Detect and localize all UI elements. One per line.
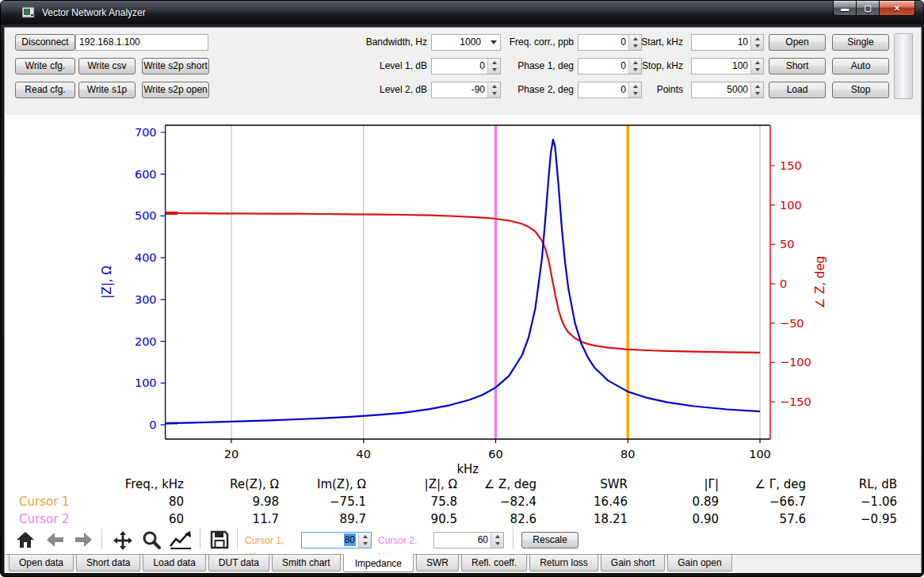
stop-label: Stop, kHz [607, 58, 683, 75]
cursor1-row-cell: 80 [97, 493, 184, 510]
ip-address-input[interactable]: 192.168.1.100 [75, 34, 208, 51]
spin-arrows-icon[interactable] [491, 533, 503, 548]
rescale-button[interactable]: Rescale [521, 532, 578, 548]
cursor2-row-cell: 18.21 [536, 510, 628, 528]
cursor2-value: 60 [434, 533, 491, 548]
tab-gain-short[interactable]: Gain short [601, 555, 665, 571]
phase2-label: Phase 2, deg [477, 82, 574, 98]
points-label: Points [607, 82, 683, 98]
tab-dut-data[interactable]: DUT data [208, 555, 269, 571]
table-header-row: Freq., kHzRe(Z), ΩIm(Z), Ω|Z|, Ω∠ Z, deg… [10, 476, 918, 493]
forward-icon[interactable] [74, 530, 94, 549]
right-tick-label: 150 [780, 159, 802, 172]
load-cal-button[interactable]: Load [769, 82, 826, 98]
toolbar-separator [513, 529, 514, 549]
table-header-row-cell: SWR [536, 476, 628, 493]
right-tick-label: 50 [780, 238, 794, 250]
tab-short-data[interactable]: Short data [76, 555, 140, 571]
impedance-curve [166, 139, 760, 423]
cursor2-row-cell: 57.6 [719, 510, 806, 528]
tab-gain-open[interactable]: Gain open [667, 555, 731, 571]
tab-open-data[interactable]: Open data [9, 555, 74, 571]
write-s1p-button[interactable]: Write s1p [78, 82, 136, 98]
spin-arrows-icon[interactable] [750, 82, 763, 97]
table-header-row-cell: RL, dB [806, 476, 897, 493]
right-axis-label: ∠ Z, deg [813, 256, 827, 308]
stop-button[interactable]: Stop [832, 82, 889, 98]
maximize-button[interactable]: ▢ [857, 1, 879, 16]
write-s2p-open-button[interactable]: Write s2p open [142, 82, 209, 98]
stop-spinbox[interactable]: 100 [691, 58, 764, 75]
zoom-icon[interactable] [142, 530, 161, 549]
left-tick-label: 400 [135, 251, 157, 264]
right-tick-label: 0 [780, 277, 787, 290]
tab-impedance[interactable]: Impedance [343, 554, 414, 572]
left-tick-label: 500 [135, 209, 157, 222]
cursor1-row-cell: −1.06 [806, 493, 897, 510]
table-header-row-cell: Re(Z), Ω [184, 476, 279, 493]
tab-load-data[interactable]: Load data [143, 555, 205, 571]
points-spinbox[interactable]: 5000 [691, 82, 764, 98]
cursor-table: Freq., kHzRe(Z), ΩIm(Z), Ω|Z|, Ω∠ Z, deg… [10, 476, 918, 528]
right-tick-label: 100 [780, 199, 802, 212]
titlebar[interactable]: Vector Network Analyzer ▬ ▢ ✕ [1, 1, 923, 25]
minimize-button[interactable]: ▬ [833, 1, 857, 16]
pan-icon[interactable] [113, 530, 133, 551]
level2-label: Level 2, dB [305, 82, 427, 98]
x-axis-label: kHz [456, 462, 479, 476]
cursor2-row-cell: −0.95 [806, 510, 897, 528]
cursor2-row: Cursor 26011.789.790.582.618.210.9057.6−… [10, 510, 918, 528]
cursor2-row-label: Cursor 2 [10, 510, 97, 528]
left-tick-label: 300 [135, 293, 157, 306]
spin-arrows-icon[interactable] [750, 35, 763, 50]
table-header-row-cell: ∠ Γ, deg [719, 476, 806, 493]
open-cal-button[interactable]: Open [769, 34, 826, 51]
cursor1-row-cell: −75.1 [279, 493, 366, 510]
tab-smith-chart[interactable]: Smith chart [272, 555, 341, 571]
start-spinbox[interactable]: 10 [691, 34, 764, 51]
single-button[interactable]: Single [832, 34, 889, 51]
cursor1-row-cell: −82.4 [457, 493, 536, 510]
spin-arrows-icon[interactable] [750, 59, 763, 74]
tab-swr[interactable]: SWR [416, 555, 459, 571]
home-icon[interactable] [16, 530, 35, 549]
cursor1-spinbox[interactable]: 80 [301, 532, 372, 548]
bandwidth-label: Bandwidth, Hz [305, 34, 427, 51]
auto-button[interactable]: Auto [832, 58, 889, 75]
left-tick-label: 200 [135, 335, 157, 348]
left-tick-label: 0 [149, 418, 156, 431]
toolbar-separator [101, 529, 102, 549]
tab-refl-coeff-[interactable]: Refl. coeff. [461, 555, 527, 571]
app-window: Vector Network Analyzer ▬ ▢ ✕ Disconnect… [0, 0, 924, 577]
x-tick-label: 20 [224, 448, 239, 460]
cursor2-row-cell: 60 [97, 510, 184, 528]
freq-corr-label: Freq. corr., ppb [477, 34, 574, 51]
left-tick-label: 100 [135, 376, 157, 389]
table-header-row-cell: Im(Z), Ω [279, 476, 366, 493]
read-cfg-button[interactable]: Read cfg. [15, 82, 75, 98]
close-button[interactable]: ✕ [879, 1, 915, 16]
impedance-chart[interactable]: 20406080100kHz0100200300400500600700−150… [10, 115, 918, 476]
phase-curve-marker [174, 212, 178, 215]
cursor1-row-label: Cursor 1 [10, 493, 97, 510]
cursor1-row-cell: 16.46 [536, 493, 628, 510]
cursor2-row-cell: 11.7 [184, 510, 279, 528]
cursor1-row-cell: 0.89 [628, 493, 719, 510]
short-cal-button[interactable]: Short [769, 58, 826, 75]
toolbar-separator [200, 529, 200, 549]
cursor2-row-cell: 0.90 [628, 510, 719, 528]
tab-return-loss[interactable]: Return loss [529, 555, 598, 571]
spin-arrows-icon[interactable] [358, 533, 371, 548]
cursor2-spinbox[interactable]: 60 [433, 532, 504, 548]
back-icon[interactable] [44, 530, 65, 549]
toolbar-separator [237, 529, 238, 549]
write-cfg-button[interactable]: Write cfg. [15, 58, 75, 75]
save-icon[interactable] [210, 530, 229, 549]
disconnect-button[interactable]: Disconnect [15, 34, 75, 51]
main-content: Disconnect 192.168.1.100 Write cfg. Writ… [4, 27, 922, 573]
write-csv-button[interactable]: Write csv [78, 58, 136, 75]
write-s2p-short-button[interactable]: Write s2p short [142, 58, 209, 75]
table-header-row-cell: |Z|, Ω [366, 476, 457, 493]
plot-options-icon[interactable] [169, 530, 193, 549]
left-tick-label: 600 [135, 168, 157, 181]
